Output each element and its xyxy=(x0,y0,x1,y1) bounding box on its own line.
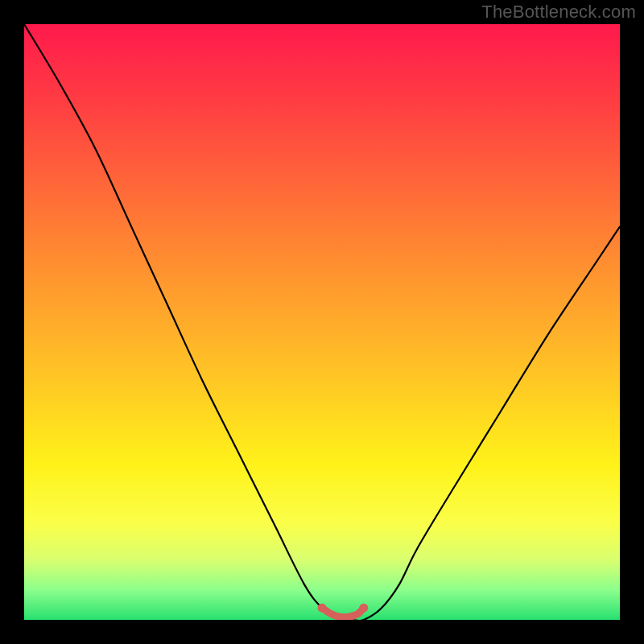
curve-layer xyxy=(24,24,620,620)
flat-zone-highlight-path xyxy=(322,608,364,617)
bottleneck-curve-path xyxy=(24,24,620,620)
plot-area xyxy=(24,24,620,620)
chart-frame: TheBottleneck.com xyxy=(0,0,644,644)
watermark-text: TheBottleneck.com xyxy=(481,2,636,23)
highlight-endpoint-right-icon xyxy=(359,604,368,613)
highlight-endpoint-left-icon xyxy=(318,604,327,613)
